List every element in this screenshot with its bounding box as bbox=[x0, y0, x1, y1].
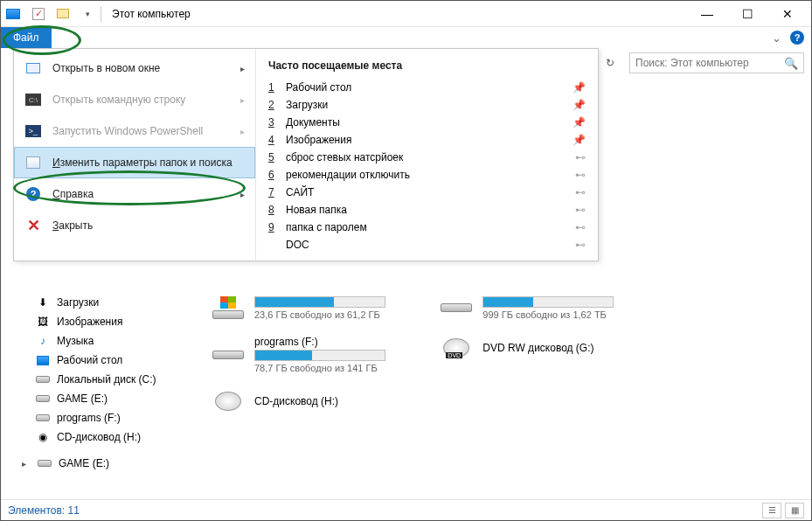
frequent-item[interactable]: 4Изображения📌 bbox=[256, 131, 598, 149]
freq-label: папка с паролем bbox=[286, 221, 566, 233]
drive-item[interactable]: 23,6 ГБ свободно из 61,2 ГБ bbox=[211, 295, 436, 320]
status-bar: Элементов: 11 ☰ ▦ bbox=[1, 499, 811, 520]
freq-index: 3 bbox=[268, 116, 277, 129]
expand-arrow-icon[interactable]: ▸ bbox=[22, 459, 31, 469]
frequent-item[interactable]: 1Рабочий стол📌 bbox=[256, 79, 598, 96]
tree-item[interactable]: ♪ Музыка bbox=[13, 331, 188, 351]
window-controls: — ☐ ✕ bbox=[687, 2, 808, 26]
file-menu-frequent: Часто посещаемые места 1Рабочий стол📌2За… bbox=[255, 49, 598, 260]
drive-icon bbox=[38, 456, 52, 470]
minimize-button[interactable]: — bbox=[687, 2, 727, 26]
tree-item[interactable]: ◉ CD-дисковод (H:) bbox=[13, 427, 188, 447]
frequent-item[interactable]: 5сброс стевых натсрйоек⊷ bbox=[256, 149, 598, 166]
titlebar: ✓ ▾ Этот компьютер — ☐ ✕ bbox=[1, 1, 811, 27]
tree-item[interactable]: ⬇ Загрузки bbox=[13, 293, 188, 312]
tree-item[interactable]: GAME (E:) bbox=[13, 389, 188, 408]
tree-item[interactable]: ▸ GAME (E:) bbox=[13, 454, 188, 473]
freq-label: САЙТ bbox=[286, 186, 566, 198]
tree-item-label: Музыка bbox=[57, 335, 94, 347]
cmd-open-new-window[interactable]: Открыть в новом окне ▸ bbox=[14, 52, 255, 84]
pin-icon[interactable]: 📌 bbox=[573, 134, 586, 146]
pin-icon[interactable]: ⊷ bbox=[575, 169, 586, 181]
cmd-close[interactable]: ✕ ЗакрытьЗакрыть bbox=[14, 210, 255, 241]
storage-bar bbox=[482, 296, 614, 308]
tree-item-label: Локальный диск (C:) bbox=[57, 373, 156, 386]
drive-item[interactable]: CD-дисковод (H:) bbox=[211, 389, 436, 413]
file-menu: Открыть в новом окне ▸ C:\ Открыть коман… bbox=[13, 48, 599, 261]
pictures-icon: 🖼 bbox=[36, 315, 50, 329]
tree-item[interactable]: Рабочий стол bbox=[13, 351, 188, 370]
frequent-item[interactable]: 7САЙТ⊷ bbox=[256, 184, 598, 201]
pin-icon[interactable]: ⊷ bbox=[575, 239, 586, 251]
drive-icon bbox=[439, 295, 474, 320]
drive-subtitle: 23,6 ГБ свободно из 61,2 ГБ bbox=[254, 309, 436, 320]
refresh-button[interactable]: ↻ bbox=[598, 51, 622, 75]
drive-icon bbox=[36, 392, 50, 406]
frequent-item[interactable]: DOC⊷ bbox=[256, 236, 598, 254]
drive-name: CD-дисковод (H:) bbox=[254, 395, 436, 407]
pin-icon[interactable]: 📌 bbox=[573, 116, 586, 129]
pin-icon[interactable]: 📌 bbox=[573, 99, 586, 111]
tree-item[interactable]: Локальный диск (C:) bbox=[13, 370, 188, 389]
window-icon bbox=[24, 59, 42, 77]
pin-icon[interactable]: 📌 bbox=[573, 81, 586, 94]
tree-item[interactable]: 🖼 Изображения bbox=[13, 312, 188, 331]
freq-index: 8 bbox=[268, 204, 277, 216]
submenu-arrow-icon: ▸ bbox=[240, 64, 245, 73]
submenu-arrow-icon: ▸ bbox=[240, 95, 245, 105]
music-icon: ♪ bbox=[36, 334, 50, 348]
drive-item[interactable]: programs (F:) 78,7 ГБ свободно из 141 ГБ bbox=[211, 336, 436, 373]
freq-index: 9 bbox=[268, 221, 277, 233]
close-button[interactable]: ✕ bbox=[767, 2, 808, 26]
status-text: Элементов: 11 bbox=[8, 504, 80, 517]
freq-label: рекомендации отключить bbox=[286, 169, 566, 181]
submenu-arrow-icon: ▸ bbox=[240, 190, 245, 199]
close-x-icon: ✕ bbox=[24, 217, 42, 234]
powershell-icon: >_ bbox=[24, 122, 42, 140]
qat-new-folder[interactable] bbox=[53, 4, 73, 24]
frequent-item[interactable]: 8Новая папка⊷ bbox=[256, 201, 598, 219]
downloads-icon: ⬇ bbox=[36, 295, 50, 309]
ribbon: Файл ⌄ ? bbox=[1, 27, 811, 48]
qat-dropdown[interactable]: ▾ bbox=[78, 4, 97, 24]
frequent-item[interactable]: 3Документы📌 bbox=[256, 114, 598, 131]
search-icon: 🔍 bbox=[784, 57, 798, 70]
pin-icon[interactable]: ⊷ bbox=[575, 186, 586, 198]
storage-bar bbox=[254, 296, 385, 308]
tree-item-label: CD-дисковод (H:) bbox=[57, 431, 141, 443]
pin-icon[interactable]: ⊷ bbox=[575, 151, 586, 163]
maximize-button[interactable]: ☐ bbox=[727, 2, 767, 26]
tree-item-label: Загрузки bbox=[57, 296, 99, 309]
freq-label: сброс стевых натсрйоек bbox=[286, 151, 566, 163]
frequent-item[interactable]: 6рекомендации отключить⊷ bbox=[256, 166, 598, 184]
drive-item[interactable]: DVD DVD RW дисковод (G:) bbox=[439, 336, 664, 360]
drive-icon bbox=[211, 295, 246, 320]
view-details-button[interactable]: ☰ bbox=[762, 503, 781, 518]
submenu-arrow-icon: ▸ bbox=[240, 127, 245, 136]
ribbon-collapse-chevron-icon[interactable]: ⌄ bbox=[772, 31, 781, 45]
pin-icon[interactable]: ⊷ bbox=[575, 221, 586, 233]
search-box[interactable]: 🔍 bbox=[629, 52, 804, 73]
cmd-folder-options[interactable]: ИИзменить параметры папок и поисказменит… bbox=[14, 147, 255, 178]
file-tab[interactable]: Файл bbox=[1, 27, 52, 48]
this-pc-icon bbox=[4, 5, 22, 23]
cmd-help[interactable]: ? СправкаСправка ▸ bbox=[14, 178, 255, 210]
drive-subtitle: 78,7 ГБ свободно из 141 ГБ bbox=[254, 363, 436, 373]
dvd-icon: DVD bbox=[439, 336, 474, 360]
pin-icon[interactable]: ⊷ bbox=[575, 204, 586, 216]
tree-item-label: Изображения bbox=[57, 316, 122, 328]
frequent-item[interactable]: 2Загрузки📌 bbox=[256, 96, 598, 114]
tree-item-label: GAME (E:) bbox=[57, 392, 108, 405]
drive-item[interactable]: 999 ГБ свободно из 1,62 ТБ bbox=[439, 295, 664, 320]
drive-icon bbox=[36, 372, 50, 386]
qat-properties[interactable]: ✓ bbox=[29, 4, 48, 24]
frequent-item[interactable]: 9папка с паролем⊷ bbox=[256, 219, 598, 236]
freq-label: Рабочий стол bbox=[286, 81, 564, 94]
cd-icon: ◉ bbox=[36, 430, 50, 444]
view-icons-button[interactable]: ▦ bbox=[785, 503, 804, 518]
help-icon[interactable]: ? bbox=[790, 31, 804, 45]
tree-item[interactable]: programs (F:) bbox=[13, 408, 188, 427]
search-input[interactable] bbox=[635, 57, 784, 69]
freq-index: 7 bbox=[268, 186, 277, 198]
drive-icon bbox=[36, 411, 50, 425]
